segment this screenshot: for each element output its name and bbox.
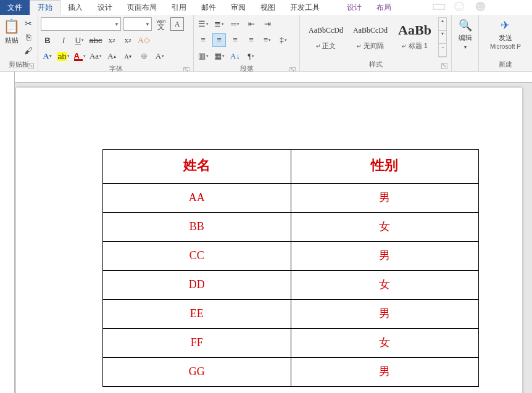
copy-button[interactable]: ⎘ [23, 32, 34, 42]
style-item-2[interactable]: AaBb标题 1 [393, 17, 437, 53]
find-button[interactable]: 🔍 编辑▾ [454, 16, 477, 50]
binoculars-icon: 🔍 [459, 19, 472, 32]
bullets-button[interactable]: ☰▾ [196, 17, 210, 31]
table-cell[interactable]: 女 [291, 271, 479, 300]
style-name: 标题 1 [393, 41, 436, 51]
align-left-button[interactable]: ≡ [196, 33, 210, 47]
grow-font-button[interactable]: A▴ [105, 49, 118, 63]
tab-home[interactable]: 开始 [30, 0, 60, 15]
group-send: ✈ 发送 Microsoft P 新建 [479, 15, 532, 71]
tab-review[interactable]: 审阅 [223, 0, 253, 15]
tab-insert[interactable]: 插入 [60, 0, 90, 15]
tab-mailings[interactable]: 邮件 [194, 0, 223, 15]
style-item-0[interactable]: AaBbCcDd正文 [304, 17, 348, 53]
table-header-1[interactable]: 性别 [291, 150, 479, 184]
table-header-0[interactable]: 姓名 [103, 150, 291, 184]
send-group-label: 新建 [499, 60, 512, 68]
group-font: ▼ ▼ wén文 A B I U▾ abc x2 x2 A◇ A▾ ab▾ [38, 15, 194, 71]
line-spacing-button[interactable]: ‡▾ [276, 33, 290, 47]
group-editing: 🔍 编辑▾ [452, 15, 479, 71]
justify-button[interactable]: ≡ [244, 33, 258, 47]
table-cell[interactable]: CC [103, 242, 291, 271]
tab-developer[interactable]: 开发工具 [283, 0, 327, 15]
table-cell[interactable]: 男 [291, 242, 479, 271]
highlight-button[interactable]: ab▾ [57, 49, 70, 63]
borders-button[interactable]: ▦▾ [212, 49, 226, 63]
styles-launcher[interactable]: ⤡ [441, 63, 447, 69]
table-cell[interactable]: FF [103, 329, 291, 358]
cut-button[interactable]: ✂ [23, 19, 34, 28]
page: 姓名性别 AA男BB女CC男DD女EE男FF女GG男 [16, 88, 522, 393]
table-row[interactable]: DD女 [103, 271, 479, 300]
font-color-button[interactable]: A▾ [73, 49, 86, 63]
table-cell[interactable]: 男 [291, 358, 479, 387]
increase-indent-button[interactable]: ⇥ [260, 17, 274, 31]
subscript-button[interactable]: x2 [105, 33, 118, 47]
font-size-combo[interactable]: ▼ [123, 17, 152, 31]
numbering-button[interactable]: ≣▾ [212, 17, 226, 31]
ruler-vertical[interactable] [0, 72, 15, 393]
group-paragraph: ☰▾ ≣▾ ═▾ ⇤ ⇥ ≡ ≡ ≡ ≡ ≡▾ ‡▾ ▥▾ ▦▾ A [194, 15, 300, 71]
font-name-combo[interactable]: ▼ [41, 17, 121, 31]
align-right-button[interactable]: ≡ [228, 33, 242, 47]
bold-button[interactable]: B [41, 33, 54, 47]
char-shading-button[interactable]: Aa▾ [89, 49, 102, 63]
table-cell[interactable]: EE [103, 300, 291, 329]
change-case-button[interactable]: A▾ [153, 49, 167, 63]
style-preview: AaBbCcDd [304, 22, 347, 39]
shrink-font-button[interactable]: A▾ [121, 49, 135, 63]
table-row[interactable]: CC男 [103, 242, 479, 271]
multilevel-button[interactable]: ═▾ [228, 17, 242, 31]
table-cell[interactable]: DD [103, 271, 291, 300]
table-cell[interactable]: 男 [291, 184, 479, 213]
table-cell[interactable]: BB [103, 213, 291, 242]
document-table[interactable]: 姓名性别 AA男BB女CC男DD女EE男FF女GG男 [102, 149, 479, 387]
sort-button[interactable]: A↓ [228, 49, 242, 63]
tab-view[interactable]: 视图 [253, 0, 283, 15]
underline-button[interactable]: U▾ [73, 33, 86, 47]
tab-table-design[interactable]: 设计 [339, 0, 369, 15]
align-center-button[interactable]: ≡ [212, 33, 226, 47]
shading-button[interactable]: ▥▾ [196, 49, 210, 63]
clipboard-icon: 📋 [2, 19, 20, 35]
tab-references[interactable]: 引用 [164, 0, 194, 15]
document-area[interactable]: 姓名性别 AA男BB女CC男DD女EE男FF女GG男 [15, 83, 532, 393]
table-row[interactable]: FF女 [103, 329, 479, 358]
tab-file[interactable]: 文件 [0, 0, 30, 15]
decrease-indent-button[interactable]: ⇤ [244, 17, 258, 31]
ruler-horizontal[interactable] [15, 72, 532, 83]
table-row[interactable]: GG男 [103, 358, 479, 387]
superscript-button[interactable]: x2 [121, 33, 135, 47]
paste-button[interactable]: 📋 粘贴 [2, 16, 20, 45]
group-clipboard: 📋 粘贴 ✂ ⎘ 🖌 剪贴板⤡ [0, 15, 38, 71]
table-cell[interactable]: 男 [291, 300, 479, 329]
table-row[interactable]: BB女 [103, 213, 479, 242]
ghost-decor: ▭ ☺ ☻ [431, 0, 489, 15]
send-icon: ✈ [490, 19, 521, 32]
format-painter-button[interactable]: 🖌 [23, 46, 34, 56]
table-row[interactable]: AA男 [103, 184, 479, 213]
clipboard-launcher[interactable]: ⤡ [28, 63, 34, 69]
text-effects-button[interactable]: A▾ [41, 49, 54, 63]
tab-page-layout[interactable]: 页面布局 [120, 0, 164, 15]
table-cell[interactable]: GG [103, 358, 291, 387]
table-cell[interactable]: 女 [291, 329, 479, 358]
distribute-button[interactable]: ≡▾ [260, 33, 274, 47]
table-row[interactable]: EE男 [103, 300, 479, 329]
style-preview: AaBbCcDd [349, 22, 392, 39]
table-cell[interactable]: 女 [291, 213, 479, 242]
enclose-char-button[interactable]: ⊕ [137, 49, 151, 63]
styles-label: 样式 [369, 60, 383, 68]
tab-design[interactable]: 设计 [90, 0, 120, 15]
style-item-1[interactable]: AaBbCcDd无间隔 [348, 17, 393, 53]
italic-button[interactable]: I [57, 33, 70, 47]
phonetic-guide-button[interactable]: wén文 [154, 17, 168, 31]
gallery-scroll[interactable]: ▴▾⌄ [438, 17, 447, 57]
clear-format-button[interactable]: A◇ [137, 33, 151, 47]
table-cell[interactable]: AA [103, 184, 291, 213]
strike-button[interactable]: abc [89, 33, 102, 47]
send-button[interactable]: ✈ 发送 Microsoft P [485, 16, 526, 50]
show-marks-button[interactable]: ¶▾ [244, 49, 258, 63]
char-border-button[interactable]: A [170, 17, 184, 31]
tab-table-layout[interactable]: 布局 [369, 0, 399, 15]
